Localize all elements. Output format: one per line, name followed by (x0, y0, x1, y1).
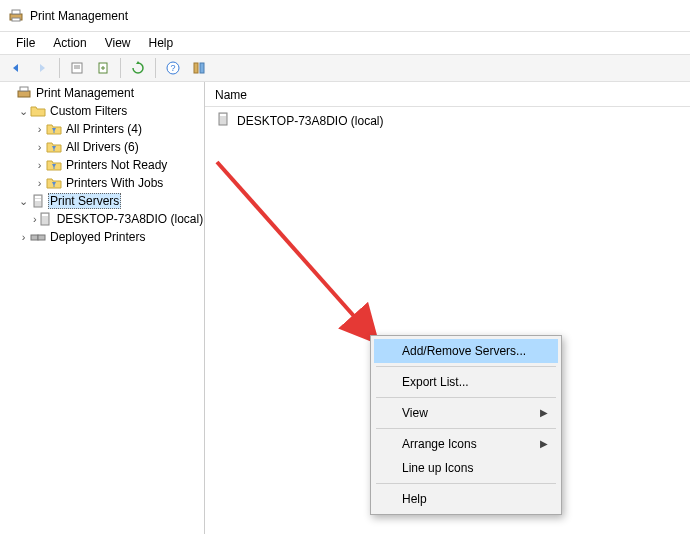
tree-label: Printers With Jobs (64, 176, 165, 190)
menu-separator (376, 483, 556, 484)
svg-rect-2 (12, 18, 20, 21)
columns-button[interactable] (187, 56, 211, 80)
filter-icon (46, 121, 62, 137)
menu-view[interactable]: View (97, 34, 139, 52)
tree-printers-not-ready[interactable]: › Printers Not Ready (0, 156, 204, 174)
svg-rect-10 (200, 63, 204, 73)
menu-arrange-icons-label: Arrange Icons (402, 437, 477, 451)
expand-icon[interactable]: › (32, 177, 46, 189)
menu-file[interactable]: File (8, 34, 43, 52)
tree-label: Print Servers (48, 193, 121, 209)
tree-root[interactable]: Print Management (0, 84, 204, 102)
filter-icon (46, 157, 62, 173)
export-button[interactable] (91, 56, 115, 80)
folder-icon (30, 103, 46, 119)
back-button[interactable] (4, 56, 28, 80)
server-icon (215, 111, 231, 130)
list-item[interactable]: DESKTOP-73A8DIO (local) (205, 107, 690, 134)
menu-action[interactable]: Action (45, 34, 94, 52)
toolbar-separator (59, 58, 60, 78)
expand-icon[interactable]: › (32, 159, 46, 171)
list-item-label: DESKTOP-73A8DIO (local) (237, 114, 384, 128)
tree-pane: Print Management ⌄ Custom Filters › All … (0, 82, 205, 534)
toolbar: ? (0, 54, 690, 82)
tree-server-desktop[interactable]: › DESKTOP-73A8DIO (local) (0, 210, 204, 228)
svg-rect-18 (31, 235, 38, 240)
menubar: File Action View Help (0, 32, 690, 54)
tree-label: All Drivers (6) (64, 140, 141, 154)
tree-all-drivers[interactable]: › All Drivers (6) (0, 138, 204, 156)
tree-printers-with-jobs[interactable]: › Printers With Jobs (0, 174, 204, 192)
tree-all-printers[interactable]: › All Printers (4) (0, 120, 204, 138)
server-icon (30, 193, 46, 209)
deployed-printers-icon (30, 229, 46, 245)
submenu-arrow-icon: ▶ (540, 438, 548, 449)
filter-icon (46, 139, 62, 155)
menu-arrange-icons[interactable]: Arrange Icons ▶ (374, 432, 558, 456)
properties-button[interactable] (65, 56, 89, 80)
tree-deployed-printers[interactable]: › Deployed Printers (0, 228, 204, 246)
menu-help[interactable]: Help (374, 487, 558, 511)
svg-rect-9 (194, 63, 198, 73)
refresh-button[interactable] (126, 56, 150, 80)
svg-rect-19 (38, 235, 45, 240)
tree-label: Printers Not Ready (64, 158, 169, 172)
menu-view-label: View (402, 406, 428, 420)
expand-icon[interactable]: › (32, 123, 46, 135)
svg-rect-15 (35, 199, 41, 201)
filter-icon (46, 175, 62, 191)
collapse-icon[interactable]: ⌄ (16, 195, 30, 208)
submenu-arrow-icon: ▶ (540, 407, 548, 418)
svg-rect-1 (12, 10, 20, 14)
forward-button[interactable] (30, 56, 54, 80)
expand-icon[interactable]: › (32, 141, 46, 153)
collapse-icon[interactable]: ⌄ (16, 105, 30, 118)
svg-rect-17 (42, 214, 48, 216)
svg-rect-21 (220, 114, 226, 116)
context-menu: Add/Remove Servers... Export List... Vie… (370, 335, 562, 515)
svg-rect-12 (20, 87, 28, 91)
tree-label: All Printers (4) (64, 122, 144, 136)
content-area: Print Management ⌄ Custom Filters › All … (0, 82, 690, 534)
column-header-name[interactable]: Name (205, 84, 690, 107)
menu-export-list[interactable]: Export List... (374, 370, 558, 394)
tree-label: Custom Filters (48, 104, 129, 118)
toolbar-separator (155, 58, 156, 78)
tree-label: Deployed Printers (48, 230, 147, 244)
menu-line-up-icons[interactable]: Line up Icons (374, 456, 558, 480)
titlebar: Print Management (0, 0, 690, 32)
print-management-icon (16, 85, 32, 101)
menu-help[interactable]: Help (141, 34, 182, 52)
menu-view[interactable]: View ▶ (374, 401, 558, 425)
tree-label: DESKTOP-73A8DIO (local) (55, 212, 205, 226)
svg-rect-11 (18, 91, 30, 97)
menu-separator (376, 366, 556, 367)
app-icon (8, 8, 24, 24)
menu-separator (376, 397, 556, 398)
server-icon (37, 211, 53, 227)
help-button[interactable]: ? (161, 56, 185, 80)
expand-icon[interactable]: › (16, 231, 30, 243)
svg-rect-14 (35, 196, 41, 198)
window-title: Print Management (30, 9, 128, 23)
tree-label: Print Management (34, 86, 136, 100)
tree-print-servers[interactable]: ⌄ Print Servers (0, 192, 204, 210)
toolbar-separator (120, 58, 121, 78)
tree-custom-filters[interactable]: ⌄ Custom Filters (0, 102, 204, 120)
svg-text:?: ? (170, 63, 175, 73)
menu-add-remove-servers[interactable]: Add/Remove Servers... (374, 339, 558, 363)
menu-separator (376, 428, 556, 429)
